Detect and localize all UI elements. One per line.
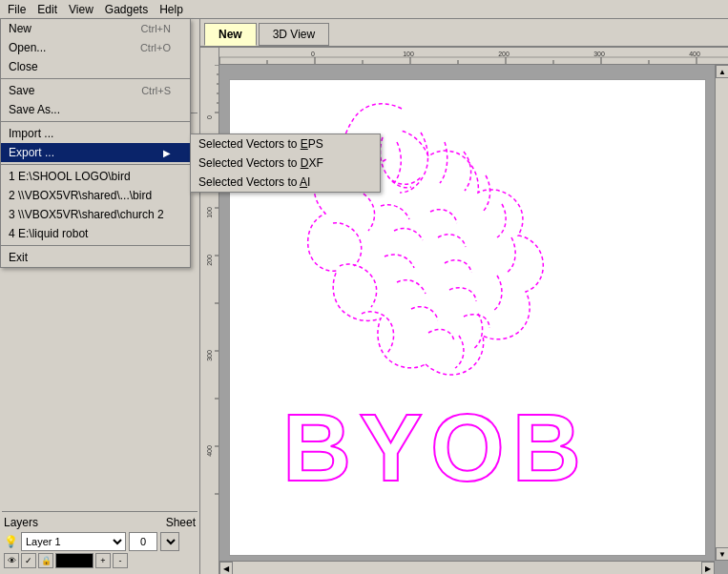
svg-text:100: 100 bbox=[206, 207, 213, 218]
scroll-right-btn[interactable]: ▶ bbox=[701, 562, 715, 574]
svg-text:200: 200 bbox=[206, 255, 213, 266]
export-dxf[interactable]: Selected Vectors to DXF bbox=[191, 154, 380, 173]
svg-text:0: 0 bbox=[206, 115, 213, 119]
scroll-track-h[interactable] bbox=[233, 562, 701, 574]
menu-new-label: New bbox=[9, 22, 31, 35]
menu-item-recent-3[interactable]: 3 \\VBOX5VR\shared\church 2 bbox=[1, 205, 190, 224]
scroll-up-btn[interactable]: ▲ bbox=[716, 65, 728, 78]
ruler-vertical: 0 100 200 300 400 bbox=[200, 48, 219, 574]
scrollbar-vertical[interactable]: ▲ ▼ bbox=[715, 65, 728, 561]
menu-import-label: Import ... bbox=[9, 127, 53, 140]
menu-sep-3 bbox=[1, 164, 190, 165]
tab-bar: New 3D View bbox=[200, 19, 728, 48]
tab-new[interactable]: New bbox=[204, 23, 257, 46]
svg-text:200: 200 bbox=[498, 51, 510, 57]
layers-section: Layers Sheet 💡 Layer 1 ▼ 👁 ✓ 🔒 + - bbox=[2, 511, 198, 572]
layer-eye-icon: 💡 bbox=[4, 535, 18, 548]
tab-3d-view[interactable]: 3D View bbox=[259, 23, 329, 46]
right-area: New 3D View 0 100 bbox=[200, 19, 728, 574]
menu-saveas-label: Save As... bbox=[9, 103, 60, 116]
menu-help[interactable]: Help bbox=[154, 1, 189, 18]
menu-item-open[interactable]: Open... Ctrl+O bbox=[1, 38, 190, 57]
menu-exit-label: Exit bbox=[9, 251, 28, 264]
sheet-dropdown[interactable]: ▼ bbox=[160, 532, 179, 551]
layers-label: Layers bbox=[4, 516, 38, 529]
menu-item-save[interactable]: Save Ctrl+S bbox=[1, 81, 190, 100]
menu-sep-4 bbox=[1, 245, 190, 246]
menu-edit[interactable]: Edit bbox=[31, 1, 63, 18]
menu-item-exit[interactable]: Exit bbox=[1, 248, 190, 267]
layer-icons-row: 👁 ✓ 🔒 + - bbox=[4, 553, 196, 568]
menu-open-label: Open... bbox=[9, 41, 46, 54]
menu-sep-2 bbox=[1, 121, 190, 122]
export-eps-label: Selected Vectors to EPS bbox=[198, 137, 323, 151]
svg-text:BYOB: BYOB bbox=[282, 394, 589, 501]
menu-item-recent-2[interactable]: 2 \\VBOX5VR\shared\...\bird bbox=[1, 186, 190, 205]
svg-text:300: 300 bbox=[593, 51, 605, 57]
recent-1-label: 1 E:\SHOOL LOGO\bird bbox=[9, 170, 131, 183]
menu-view[interactable]: View bbox=[63, 1, 99, 18]
svg-text:0: 0 bbox=[311, 51, 315, 57]
menu-item-recent-1[interactable]: 1 E:\SHOOL LOGO\bird bbox=[1, 167, 190, 186]
menu-new-shortcut: Ctrl+N bbox=[141, 23, 171, 34]
layer-add-btn[interactable]: + bbox=[95, 553, 111, 568]
recent-3-label: 3 \\VBOX5VR\shared\church 2 bbox=[9, 208, 164, 221]
layers-header: Layers Sheet bbox=[4, 516, 196, 529]
recent-4-label: 4 E:\liquid robot bbox=[9, 227, 88, 240]
scroll-down-btn[interactable]: ▼ bbox=[716, 547, 728, 561]
file-menu: New Ctrl+N Open... Ctrl+O Close Save Ctr… bbox=[0, 19, 191, 268]
svg-text:100: 100 bbox=[403, 51, 414, 57]
menu-item-recent-4[interactable]: 4 E:\liquid robot bbox=[1, 224, 190, 243]
layer-select[interactable]: Layer 1 bbox=[21, 532, 126, 551]
layer-check-btn[interactable]: ✓ bbox=[21, 553, 36, 568]
export-ai-label: Selected Vectors to AI bbox=[198, 175, 310, 189]
menu-gadgets[interactable]: Gadgets bbox=[99, 1, 154, 18]
menu-save-shortcut: Ctrl+S bbox=[141, 85, 171, 96]
canvas-area: 0 100 200 300 400 bbox=[200, 48, 728, 574]
menu-sep-1 bbox=[1, 78, 190, 79]
menu-export-label: Export ... bbox=[9, 146, 54, 159]
layers-row: 💡 Layer 1 ▼ bbox=[4, 532, 196, 551]
menubar: File Edit View Gadgets Help bbox=[0, 0, 728, 19]
export-ai[interactable]: Selected Vectors to AI bbox=[191, 173, 380, 192]
layer-remove-btn[interactable]: - bbox=[113, 553, 128, 568]
scrollbar-horizontal[interactable]: ◀ ▶ bbox=[219, 561, 715, 574]
svg-text:400: 400 bbox=[689, 51, 700, 57]
layer-lock-btn[interactable]: 🔒 bbox=[38, 553, 53, 568]
ruler-horizontal: 0 100 200 300 400 bbox=[219, 48, 728, 65]
export-submenu: Selected Vectors to EPS Selected Vectors… bbox=[190, 133, 381, 193]
menu-close-label: Close bbox=[9, 60, 38, 73]
export-eps[interactable]: Selected Vectors to EPS bbox=[191, 134, 380, 154]
scroll-track-v[interactable] bbox=[716, 78, 728, 547]
svg-text:300: 300 bbox=[206, 350, 213, 361]
layer-visible-btn[interactable]: 👁 bbox=[4, 553, 19, 568]
menu-item-close[interactable]: Close bbox=[1, 57, 190, 76]
scroll-left-btn[interactable]: ◀ bbox=[219, 562, 233, 574]
menu-file[interactable]: File bbox=[2, 1, 31, 18]
sheet-label: Sheet bbox=[166, 516, 196, 529]
menu-item-saveas[interactable]: Save As... bbox=[1, 100, 190, 119]
svg-text:400: 400 bbox=[206, 445, 213, 457]
export-arrow-icon: ▶ bbox=[163, 148, 171, 158]
sheet-input[interactable] bbox=[129, 532, 157, 551]
canvas-container: 0 100 200 300 400 bbox=[219, 48, 728, 574]
menu-item-new[interactable]: New Ctrl+N bbox=[1, 19, 190, 38]
export-dxf-label: Selected Vectors to DXF bbox=[198, 156, 323, 170]
recent-2-label: 2 \\VBOX5VR\shared\...\bird bbox=[9, 189, 152, 202]
menu-item-import[interactable]: Import ... bbox=[1, 124, 190, 143]
menu-save-label: Save bbox=[9, 84, 34, 97]
menu-item-export[interactable]: Export ... ▶ bbox=[1, 143, 190, 162]
menu-open-shortcut: Ctrl+O bbox=[140, 42, 171, 53]
layer-color-swatch[interactable] bbox=[55, 553, 94, 568]
